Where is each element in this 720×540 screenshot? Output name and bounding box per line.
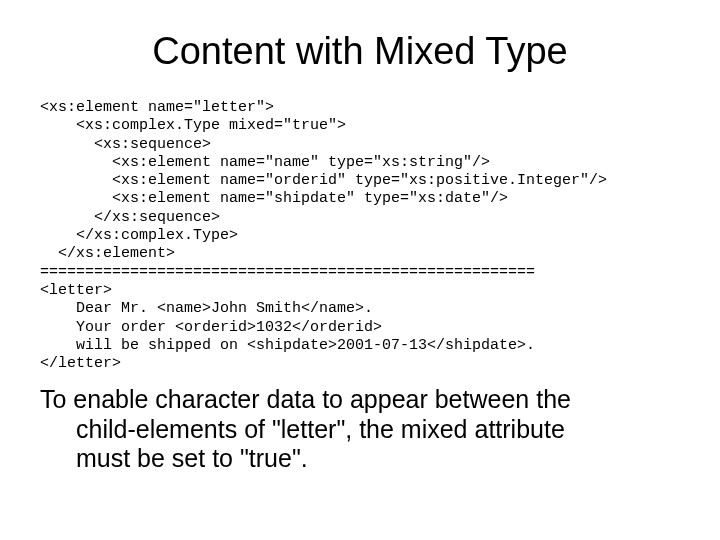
code-line: </xs:element> — [40, 245, 175, 262]
code-line: <xs:complex.Type mixed="true"> — [40, 117, 346, 134]
body-line: must be set to "true". — [40, 444, 680, 474]
code-line: <xs:element name="shipdate" type="xs:dat… — [40, 190, 508, 207]
code-line: </xs:complex.Type> — [40, 227, 238, 244]
code-block: <xs:element name="letter"> <xs:complex.T… — [40, 99, 680, 373]
body-paragraph: To enable character data to appear betwe… — [40, 385, 680, 474]
code-line: <xs:element name="name" type="xs:string"… — [40, 154, 490, 171]
code-line: <xs:element name="orderid" type="xs:posi… — [40, 172, 607, 189]
body-line: child-elements of "letter", the mixed at… — [40, 415, 680, 445]
code-line: <xs:sequence> — [40, 136, 211, 153]
code-line: Dear Mr. <name>John Smith</name>. — [40, 300, 373, 317]
slide: Content with Mixed Type <xs:element name… — [0, 0, 720, 540]
code-line: ========================================… — [40, 264, 535, 281]
code-line: <xs:element name="letter"> — [40, 99, 274, 116]
slide-title: Content with Mixed Type — [40, 30, 680, 73]
code-line: </xs:sequence> — [40, 209, 220, 226]
code-line: <letter> — [40, 282, 112, 299]
body-line: To enable character data to appear betwe… — [40, 385, 571, 413]
code-line: </letter> — [40, 355, 121, 372]
code-line: will be shipped on <shipdate>2001-07-13<… — [40, 337, 535, 354]
code-line: Your order <orderid>1032</orderid> — [40, 319, 382, 336]
